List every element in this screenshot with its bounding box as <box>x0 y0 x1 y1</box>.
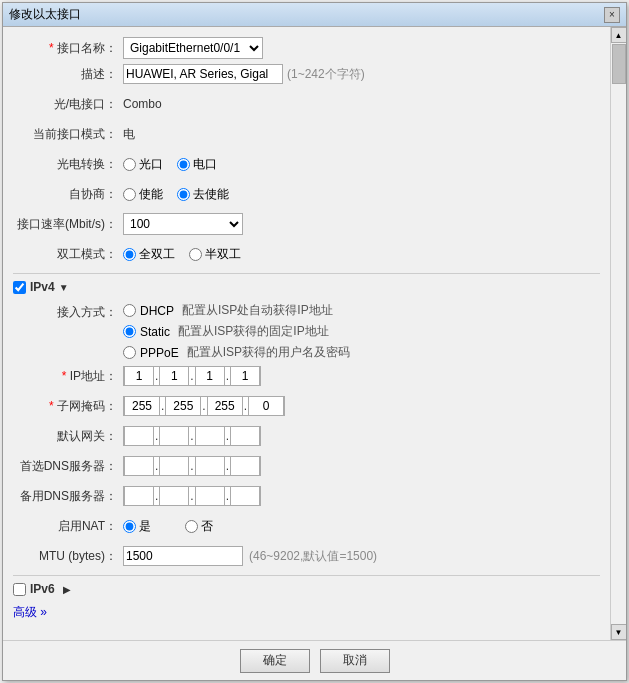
mtu-label: MTU (bytes)： <box>13 548 123 565</box>
optical-switch-group: 光口 电口 <box>123 156 227 173</box>
speed-select[interactable]: 100 10 1000 <box>123 213 243 235</box>
interface-name-row: * 接口名称： GigabitEthernet0/0/1 <box>13 37 600 59</box>
dns2-seg4[interactable] <box>230 486 260 506</box>
gateway-input-group: . . . <box>123 426 261 446</box>
mtu-input[interactable] <box>123 546 243 566</box>
dhcp-desc: 配置从ISP处自动获得IP地址 <box>182 302 333 319</box>
dns2-seg2[interactable] <box>159 486 189 506</box>
interface-name-select[interactable]: GigabitEthernet0/0/1 <box>123 37 263 59</box>
footer-bar: 确定 取消 <box>3 640 626 680</box>
optical-radio1-label[interactable]: 光口 <box>123 156 163 173</box>
optical-radio2[interactable] <box>177 158 190 171</box>
content-area: * 接口名称： GigabitEthernet0/0/1 描述： (1~242个… <box>3 27 626 640</box>
current-mode-row: 当前接口模式： 电 <box>13 123 600 145</box>
auto-neg-radio2-label[interactable]: 去使能 <box>177 186 229 203</box>
nat-row: 启用NAT： 是 否 <box>13 515 600 537</box>
nat-group: 是 否 <box>123 518 223 535</box>
close-button[interactable]: × <box>604 7 620 23</box>
auto-neg-group: 使能 去使能 <box>123 186 239 203</box>
nat-no-radio[interactable] <box>185 520 198 533</box>
subnet-seg4[interactable] <box>248 396 284 416</box>
gateway-row: 默认网关： . . . <box>13 425 600 447</box>
nat-yes-radio[interactable] <box>123 520 136 533</box>
title-bar: 修改以太接口 × <box>3 3 626 27</box>
auto-neg-radio2[interactable] <box>177 188 190 201</box>
dns2-row: 备用DNS服务器： . . . <box>13 485 600 507</box>
duplex-group: 全双工 半双工 <box>123 246 251 263</box>
ipv4-label: IPv4 <box>30 280 55 294</box>
speed-row: 接口速率(Mbit/s)： 100 10 1000 <box>13 213 600 235</box>
ip-seg4[interactable] <box>230 366 260 386</box>
access-options: DHCP 配置从ISP处自动获得IP地址 Static 配置从ISP获得的固定I… <box>123 302 350 361</box>
dhcp-label: DHCP <box>140 304 174 318</box>
pppoe-option: PPPoE 配置从ISP获得的用户名及密码 <box>123 344 350 361</box>
subnet-seg2[interactable] <box>165 396 201 416</box>
static-desc: 配置从ISP获得的固定IP地址 <box>178 323 329 340</box>
ip-address-label: * IP地址： <box>13 368 123 385</box>
dhcp-option: DHCP 配置从ISP处自动获得IP地址 <box>123 302 350 319</box>
nat-yes-label[interactable]: 是 <box>123 518 151 535</box>
optical-switch-row: 光电转换： 光口 电口 <box>13 153 600 175</box>
dns1-seg4[interactable] <box>230 456 260 476</box>
scroll-track <box>612 44 626 623</box>
duplex-radio2-label[interactable]: 半双工 <box>189 246 241 263</box>
scroll-up-button[interactable]: ▲ <box>611 27 627 43</box>
dns1-row: 首选DNS服务器： . . . <box>13 455 600 477</box>
nat-label: 启用NAT： <box>13 518 123 535</box>
static-label: Static <box>140 325 170 339</box>
gateway-seg4[interactable] <box>230 426 260 446</box>
ip-seg1[interactable] <box>124 366 154 386</box>
dns2-input-group: . . . <box>123 486 261 506</box>
auto-neg-radio1-label[interactable]: 使能 <box>123 186 163 203</box>
ipv6-arrow-icon: ▶ <box>63 584 71 595</box>
gateway-seg3[interactable] <box>195 426 225 446</box>
dns1-label: 首选DNS服务器： <box>13 458 123 475</box>
mtu-row: MTU (bytes)： (46~9202,默认值=1500) <box>13 545 600 567</box>
ip-seg2[interactable] <box>159 366 189 386</box>
scroll-down-button[interactable]: ▼ <box>611 624 627 640</box>
scroll-thumb[interactable] <box>612 44 626 84</box>
dns1-seg2[interactable] <box>159 456 189 476</box>
window-title: 修改以太接口 <box>9 6 81 23</box>
gateway-seg2[interactable] <box>159 426 189 446</box>
divider2 <box>13 575 600 576</box>
confirm-button[interactable]: 确定 <box>240 649 310 673</box>
interface-name-label: * 接口名称： <box>13 40 123 57</box>
dhcp-radio[interactable] <box>123 304 136 317</box>
description-hint: (1~242个字符) <box>287 66 365 83</box>
dns2-seg3[interactable] <box>195 486 225 506</box>
ipv4-checkbox[interactable] <box>13 281 26 294</box>
gateway-seg1[interactable] <box>124 426 154 446</box>
optical-radio1[interactable] <box>123 158 136 171</box>
ipv6-header: IPv6 ▶ <box>13 582 600 596</box>
pppoe-radio[interactable] <box>123 346 136 359</box>
optical-interface-label: 光/电接口： <box>13 96 123 113</box>
duplex-radio1-label[interactable]: 全双工 <box>123 246 175 263</box>
optical-radio2-label[interactable]: 电口 <box>177 156 217 173</box>
description-input[interactable] <box>123 64 283 84</box>
duplex-radio1[interactable] <box>123 248 136 261</box>
pppoe-label: PPPoE <box>140 346 179 360</box>
description-row: 描述： (1~242个字符) <box>13 63 600 85</box>
dns1-seg3[interactable] <box>195 456 225 476</box>
subnet-seg1[interactable] <box>124 396 160 416</box>
gateway-label: 默认网关： <box>13 428 123 445</box>
advanced-link[interactable]: 高级 » <box>13 605 47 619</box>
cancel-button[interactable]: 取消 <box>320 649 390 673</box>
scrollbar: ▲ ▼ <box>610 27 626 640</box>
ipv6-section: IPv6 ▶ <box>13 582 600 596</box>
dns1-seg1[interactable] <box>124 456 154 476</box>
mtu-hint: (46~9202,默认值=1500) <box>249 548 377 565</box>
advanced-row: 高级 » <box>13 604 600 621</box>
subnet-input-group: . . . <box>123 396 285 416</box>
ipv6-checkbox[interactable] <box>13 583 26 596</box>
nat-no-label[interactable]: 否 <box>185 518 213 535</box>
dns2-seg1[interactable] <box>124 486 154 506</box>
auto-neg-radio1[interactable] <box>123 188 136 201</box>
duplex-radio2[interactable] <box>189 248 202 261</box>
pppoe-desc: 配置从ISP获得的用户名及密码 <box>187 344 350 361</box>
static-radio[interactable] <box>123 325 136 338</box>
ipv4-arrow-icon: ▼ <box>59 282 69 293</box>
subnet-seg3[interactable] <box>207 396 243 416</box>
ip-seg3[interactable] <box>195 366 225 386</box>
